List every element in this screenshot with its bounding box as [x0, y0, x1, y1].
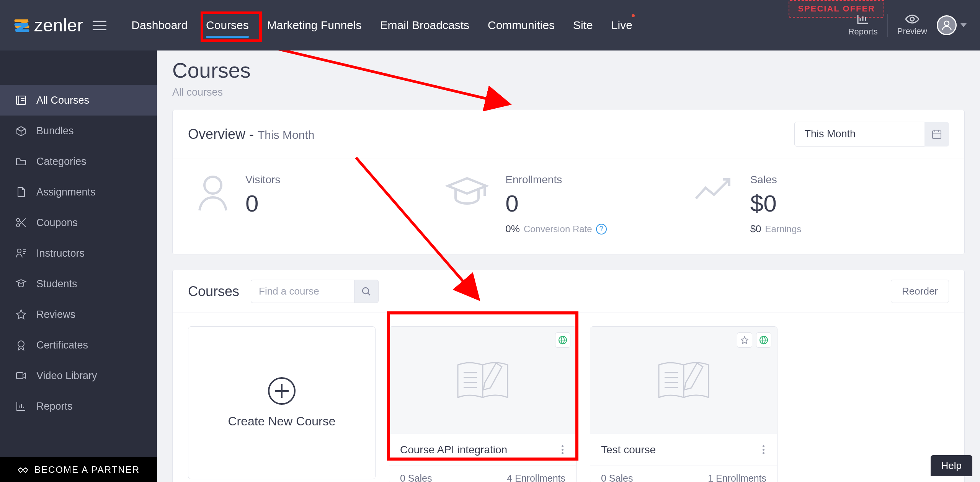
period-picker[interactable]: This Month: [794, 122, 949, 147]
help-icon[interactable]: ?: [596, 224, 607, 234]
stat-subline: $0 Earnings: [750, 223, 802, 235]
student-icon: [15, 278, 27, 290]
page-title: Courses: [172, 58, 965, 83]
layout: All Courses Bundles Categories Assignmen…: [0, 50, 980, 482]
help-button[interactable]: Help: [931, 455, 972, 476]
nav-item-email-broadcasts[interactable]: Email Broadcasts: [380, 15, 469, 36]
course-title: Course API integration: [400, 444, 507, 456]
nav-item-courses[interactable]: Courses: [206, 15, 249, 36]
course-card[interactable]: Test course 0 Sales 1 Enrollments: [590, 326, 777, 482]
sidebar-item-video-library[interactable]: Video Library: [0, 360, 157, 391]
zenler-logo-icon: [13, 17, 30, 34]
video-icon: [15, 370, 27, 381]
book-pencil-icon: [450, 355, 515, 405]
globe-icon: [759, 335, 768, 345]
sidebar-item-all-courses[interactable]: All Courses: [0, 85, 157, 116]
stat-value: 0: [245, 192, 280, 215]
published-badge[interactable]: [555, 332, 570, 348]
sidebar-item-assignments[interactable]: Assignments: [0, 177, 157, 207]
search-button[interactable]: [354, 280, 379, 303]
svg-point-6: [18, 341, 24, 347]
stat-visitors: Visitors 0: [196, 174, 444, 235]
kebab-menu[interactable]: [560, 443, 565, 456]
nav-item-site[interactable]: Site: [573, 15, 593, 36]
svg-rect-7: [16, 373, 23, 379]
nav-item-live[interactable]: Live: [611, 15, 632, 36]
sidebar-item-students[interactable]: Students: [0, 269, 157, 299]
sidebar-label: Assignments: [36, 186, 96, 198]
sidebar-item-bundles[interactable]: Bundles: [0, 116, 157, 146]
sidebar-item-reports[interactable]: Reports: [0, 391, 157, 422]
stat-label: Sales: [750, 174, 802, 186]
nav-item-communities[interactable]: Communities: [488, 15, 555, 36]
course-enrollments: 1 Enrollments: [708, 473, 766, 482]
svg-rect-8: [933, 131, 941, 138]
eye-icon: [905, 14, 920, 24]
course-enrollments: 4 Enrollments: [507, 473, 565, 482]
kebab-menu[interactable]: [761, 443, 766, 456]
star-icon: [740, 336, 749, 344]
preview-link[interactable]: Preview: [897, 14, 927, 36]
top-right-controls: Reports Preview: [848, 0, 967, 50]
nav-item-marketing-funnels[interactable]: Marketing Funnels: [267, 15, 362, 36]
sidebar-label: Instructors: [36, 248, 85, 259]
sidebar-item-categories[interactable]: Categories: [0, 146, 157, 177]
brand-area: zenler: [13, 15, 106, 36]
course-title-row: Course API integration: [389, 434, 576, 466]
course-thumbnail: [590, 327, 777, 434]
stat-enrollments: Enrollments 0 0% Conversion Rate ?: [444, 174, 693, 235]
period-select[interactable]: This Month: [794, 122, 924, 147]
create-course-label: Create New Course: [228, 414, 336, 428]
badge-icon: [15, 339, 27, 351]
nav-item-dashboard[interactable]: Dashboard: [131, 15, 188, 36]
stat-value: 0: [505, 192, 606, 215]
brand-text: zenler: [34, 15, 83, 36]
book-pencil-icon: [651, 355, 716, 405]
menu-toggle-icon[interactable]: [93, 21, 106, 30]
sidebar: All Courses Bundles Categories Assignmen…: [0, 50, 157, 482]
overview-header: Overview - This Month This Month: [173, 110, 964, 158]
reorder-button[interactable]: Reorder: [891, 280, 949, 303]
plus-circle-icon: [268, 377, 296, 405]
sidebar-label: Reports: [36, 401, 73, 412]
favorite-badge[interactable]: [737, 332, 752, 348]
star-icon: [15, 309, 27, 320]
sidebar-item-certificates[interactable]: Certificates: [0, 330, 157, 360]
courses-title: Courses: [188, 283, 239, 300]
chevron-down-icon: [960, 23, 967, 27]
search-icon: [361, 287, 371, 296]
create-course-card[interactable]: Create New Course: [188, 326, 376, 479]
calendar-icon: [931, 129, 942, 140]
divider: [887, 14, 888, 37]
brand-logo[interactable]: zenler: [13, 15, 83, 36]
search-wrap: [251, 280, 379, 303]
avatar: [937, 15, 957, 35]
svg-point-10: [363, 288, 369, 294]
reports-link[interactable]: Reports: [848, 14, 878, 37]
person-icon: [196, 174, 230, 213]
become-partner-button[interactable]: BECOME A PARTNER: [0, 457, 157, 482]
course-card[interactable]: Course API integration 0 Sales 4 Enrollm…: [389, 326, 577, 482]
handshake-icon: [17, 465, 29, 474]
published-badge[interactable]: [756, 332, 771, 348]
search-input[interactable]: [251, 280, 354, 303]
sidebar-label: Certificates: [36, 339, 88, 351]
sidebar-item-coupons[interactable]: Coupons: [0, 207, 157, 238]
preview-label: Preview: [897, 26, 927, 36]
sidebar-label: Reviews: [36, 309, 75, 321]
sidebar-item-reviews[interactable]: Reviews: [0, 299, 157, 330]
overview-card: Overview - This Month This Month Visitor…: [172, 110, 965, 254]
folder-icon: [15, 156, 27, 167]
calendar-button[interactable]: [924, 122, 949, 147]
overview-stats: Visitors 0 Enrollments 0 0% Conversion R…: [173, 158, 964, 254]
become-partner-label: BECOME A PARTNER: [34, 464, 140, 475]
courses-header: Courses Reorder: [173, 270, 964, 313]
document-icon: [15, 186, 27, 198]
svg-point-4: [16, 224, 20, 227]
sidebar-item-instructors[interactable]: Instructors: [0, 238, 157, 269]
user-menu[interactable]: [937, 15, 967, 35]
course-thumbnail: [389, 327, 576, 434]
trend-up-icon: [693, 174, 735, 206]
bar-chart-icon: [857, 14, 869, 24]
course-sales: 0 Sales: [400, 473, 432, 482]
